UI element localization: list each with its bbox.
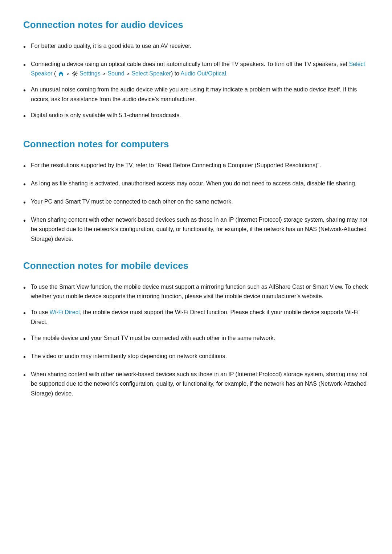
section-mobile-title: Connection notes for mobile devices [23, 258, 369, 274]
settings-icon [72, 71, 78, 77]
list-item: Digital audio is only available with 5.1… [23, 111, 369, 122]
list-item: To use the Smart View function, the mobi… [23, 282, 369, 301]
list-item-text: When sharing content with other network-… [31, 215, 369, 244]
chevron-icon: > [66, 71, 70, 77]
list-item-text: When sharing content with other network-… [31, 370, 369, 398]
list-item: An unusual noise coming from the audio d… [23, 85, 369, 104]
list-item: As long as file sharing is activated, un… [23, 179, 369, 190]
settings-link[interactable]: Settings [79, 70, 101, 77]
section-computers: Connection notes for computers For the r… [23, 137, 369, 244]
list-item-text: Your PC and Smart TV must be connected t… [31, 197, 369, 206]
section-computers-title: Connection notes for computers [23, 137, 369, 152]
list-item-text: To use the Smart View function, the mobi… [31, 282, 369, 301]
section-audio: Connection notes for audio devices For b… [23, 17, 369, 122]
list-item: Connecting a device using an optical cab… [23, 59, 369, 79]
list-item-text: Digital audio is only available with 5.1… [31, 111, 369, 120]
list-item-text: An unusual noise coming from the audio d… [31, 85, 369, 104]
section-mobile: Connection notes for mobile devices To u… [23, 258, 369, 398]
list-item-text: As long as file sharing is activated, un… [31, 179, 369, 188]
select-speaker-link-2[interactable]: Select Speaker [131, 70, 171, 77]
svg-point-0 [74, 73, 75, 74]
section-audio-list: For better audio quality, it is a good i… [23, 41, 369, 123]
list-item: When sharing content with other network-… [23, 370, 369, 398]
section-audio-title: Connection notes for audio devices [23, 17, 369, 33]
chevron-icon: > [103, 71, 107, 77]
list-item: When sharing content with other network-… [23, 215, 369, 244]
list-item: Your PC and Smart TV must be connected t… [23, 197, 369, 209]
section-computers-list: For the resolutions supported by the TV,… [23, 161, 369, 244]
list-item-text: Connecting a device using an optical cab… [31, 59, 369, 79]
list-item-text: For better audio quality, it is a good i… [31, 41, 369, 51]
list-item: The video or audio may intermittently st… [23, 352, 369, 363]
home-icon [58, 71, 64, 77]
section-mobile-list: To use the Smart View function, the mobi… [23, 282, 369, 399]
list-item: The mobile device and your Smart TV must… [23, 333, 369, 345]
list-item-text: The mobile device and your Smart TV must… [31, 333, 369, 343]
list-item-text: To use Wi-Fi Direct, the mobile device m… [31, 308, 369, 327]
list-item: To use Wi-Fi Direct, the mobile device m… [23, 308, 369, 327]
list-item-text: For the resolutions supported by the TV,… [31, 161, 369, 170]
list-item: For better audio quality, it is a good i… [23, 41, 369, 53]
audio-out-link[interactable]: Audio Out/​Optical [181, 70, 226, 77]
list-item: For the resolutions supported by the TV,… [23, 161, 369, 172]
wifi-direct-link[interactable]: Wi-Fi Direct [50, 309, 80, 315]
sound-link[interactable]: Sound [107, 70, 124, 77]
list-item-text: The video or audio may intermittently st… [31, 352, 369, 361]
chevron-icon: > [127, 71, 131, 77]
